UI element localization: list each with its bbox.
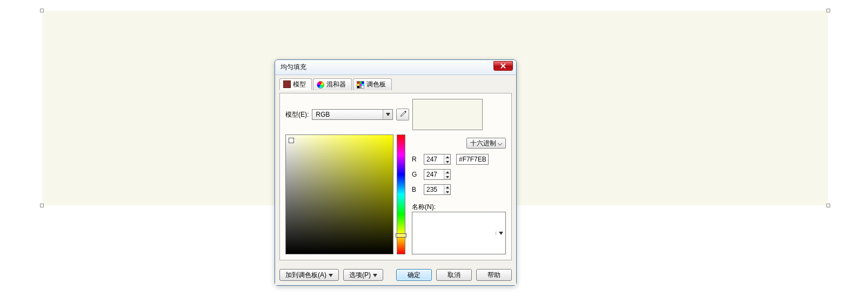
model-label: 模型(E): bbox=[285, 110, 309, 119]
tab-bar: 模型 混和器 调色板 bbox=[279, 78, 512, 90]
chevron-down-icon bbox=[496, 232, 505, 235]
tab-model[interactable]: 模型 bbox=[279, 78, 312, 90]
palette-icon bbox=[357, 81, 364, 89]
options-button[interactable]: 选项(P) bbox=[343, 269, 383, 281]
b-spinner[interactable] bbox=[424, 184, 451, 195]
color-preview bbox=[412, 99, 483, 130]
hex-toggle-button[interactable]: 十六进制 bbox=[466, 138, 506, 149]
tab-panel-model: 模型(E): RGB bbox=[279, 93, 512, 260]
uniform-fill-dialog: 均匀填充 模型 混和器 调色板 模型(E): RGB bbox=[275, 59, 517, 286]
hue-thumb[interactable] bbox=[396, 233, 406, 238]
g-input[interactable] bbox=[424, 170, 444, 179]
tab-palette[interactable]: 调色板 bbox=[353, 78, 392, 90]
r-row: R #F7F7EB bbox=[412, 154, 506, 165]
g-row: G bbox=[412, 169, 506, 180]
model-icon bbox=[283, 80, 291, 88]
close-button[interactable] bbox=[493, 61, 513, 71]
r-input[interactable] bbox=[424, 154, 444, 164]
tab-mixer-label: 混和器 bbox=[326, 80, 346, 89]
model-row: 模型(E): RGB bbox=[285, 99, 506, 130]
r-spin-down[interactable] bbox=[444, 159, 450, 164]
eyedropper-button[interactable] bbox=[396, 109, 409, 120]
chevron-down-icon bbox=[373, 271, 377, 279]
svg-point-0 bbox=[405, 111, 406, 112]
dialog-title: 均匀填充 bbox=[281, 63, 306, 72]
sv-cursor[interactable] bbox=[289, 138, 294, 143]
hex-input[interactable]: #F7F7EB bbox=[456, 154, 489, 165]
tab-palette-label: 调色板 bbox=[366, 80, 386, 89]
ok-label: 确定 bbox=[408, 271, 420, 280]
tab-mixer[interactable]: 混和器 bbox=[313, 78, 352, 90]
dialog-titlebar[interactable]: 均匀填充 bbox=[275, 60, 516, 75]
cancel-button[interactable]: 取消 bbox=[436, 269, 472, 281]
cancel-label: 取消 bbox=[448, 271, 460, 280]
selection-handle-bottom-right[interactable] bbox=[826, 204, 830, 207]
g-spinner[interactable] bbox=[424, 169, 451, 180]
hue-slider[interactable] bbox=[397, 134, 405, 254]
saturation-value-picker[interactable] bbox=[285, 134, 393, 254]
b-spin-down[interactable] bbox=[444, 190, 450, 194]
help-label: 帮助 bbox=[488, 271, 500, 280]
ok-button[interactable]: 确定 bbox=[396, 269, 432, 281]
mixer-icon bbox=[317, 81, 324, 89]
model-combo-value: RGB bbox=[316, 111, 330, 118]
help-button[interactable]: 帮助 bbox=[476, 269, 512, 281]
eyedropper-icon bbox=[399, 111, 406, 118]
add-to-palette-label: 加到调色板(A) bbox=[285, 271, 326, 280]
name-combo[interactable] bbox=[412, 212, 506, 254]
b-label: B bbox=[412, 186, 418, 193]
tab-model-label: 模型 bbox=[293, 80, 306, 89]
r-spin-up[interactable] bbox=[444, 154, 450, 159]
chevron-down-icon bbox=[329, 271, 333, 279]
options-label: 选项(P) bbox=[349, 271, 371, 280]
dialog-footer: 加到调色板(A) 选项(P) 确定 取消 帮助 bbox=[275, 265, 516, 285]
model-combo[interactable]: RGB bbox=[312, 109, 393, 120]
g-spin-up[interactable] bbox=[444, 170, 450, 174]
hex-toggle-label: 十六进制 bbox=[470, 139, 496, 148]
g-label: G bbox=[412, 171, 418, 178]
g-spin-down[interactable] bbox=[444, 174, 450, 179]
hex-value: #F7F7EB bbox=[459, 156, 486, 163]
b-spin-up[interactable] bbox=[444, 185, 450, 190]
b-row: B bbox=[412, 184, 506, 195]
r-spinner[interactable] bbox=[424, 154, 451, 165]
selection-handle-top-right[interactable] bbox=[826, 9, 830, 12]
b-input[interactable] bbox=[424, 185, 444, 194]
selection-handle-bottom-left[interactable] bbox=[40, 204, 44, 207]
close-icon bbox=[500, 63, 506, 69]
selection-handle-top-left[interactable] bbox=[40, 9, 44, 12]
add-to-palette-button[interactable]: 加到调色板(A) bbox=[279, 269, 339, 281]
chevron-down-icon bbox=[383, 110, 392, 119]
dialog-body: 模型 混和器 调色板 模型(E): RGB bbox=[275, 75, 516, 265]
chevron-down-icon bbox=[498, 139, 502, 147]
name-label: 名称(N): bbox=[412, 203, 436, 212]
r-label: R bbox=[412, 156, 418, 163]
